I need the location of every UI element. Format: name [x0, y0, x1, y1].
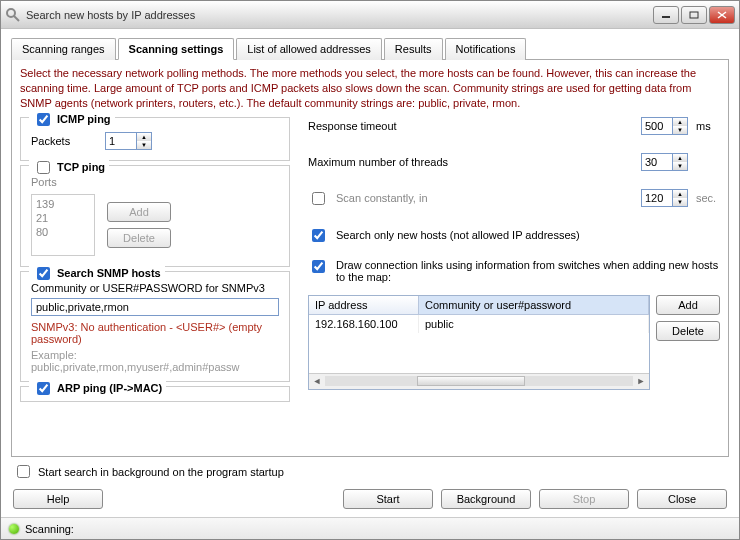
status-text: Scanning: — [25, 523, 74, 535]
table-add-button[interactable]: Add — [656, 295, 720, 315]
app-icon — [5, 7, 21, 23]
tab-scanning-ranges[interactable]: Scanning ranges — [11, 38, 116, 60]
icmp-checkbox[interactable] — [37, 113, 50, 126]
window: Search new hosts by IP addresses Scannin… — [0, 0, 740, 540]
start-button[interactable]: Start — [343, 489, 433, 509]
maximize-button[interactable] — [681, 6, 707, 24]
instruction-text: Select the necessary network polling met… — [20, 66, 720, 111]
response-timeout-label: Response timeout — [308, 120, 633, 132]
table-scrollbar[interactable]: ◄ ► — [309, 373, 649, 389]
packets-spinner[interactable]: ▲▼ — [105, 132, 152, 150]
snmp-note: SNMPv3: No authentication - <USER#> (emp… — [31, 321, 279, 345]
draw-links-checkbox[interactable] — [312, 260, 325, 273]
only-new-checkbox[interactable] — [312, 229, 325, 242]
background-button[interactable]: Background — [441, 489, 531, 509]
table-row[interactable]: 192.168.160.100 public — [309, 315, 649, 333]
table-delete-button[interactable]: Delete — [656, 321, 720, 341]
packets-label: Packets — [31, 135, 101, 147]
tab-results[interactable]: Results — [384, 38, 443, 60]
icmp-group: ICMP ping Packets ▲▼ — [20, 117, 290, 161]
only-new-label: Search only new hosts (not allowed IP ad… — [336, 229, 580, 241]
spin-up-icon[interactable]: ▲ — [137, 133, 151, 141]
scan-constantly-label: Scan constantly, in — [336, 192, 633, 204]
tab-notifications[interactable]: Notifications — [445, 38, 527, 60]
scan-constantly-input[interactable] — [641, 189, 673, 207]
icmp-legend: ICMP ping — [57, 113, 111, 125]
scan-constantly-unit: sec. — [696, 192, 720, 204]
packets-input[interactable] — [105, 132, 137, 150]
td-ip: 192.168.160.100 — [309, 315, 419, 333]
scroll-right-icon[interactable]: ► — [633, 376, 649, 386]
community-input[interactable] — [31, 298, 279, 316]
tcp-group: TCP ping Ports 139 21 80 Add Delete — [20, 165, 290, 267]
svg-rect-3 — [690, 12, 698, 18]
th-ip[interactable]: IP address — [309, 296, 419, 314]
switch-table[interactable]: IP address Community or user#password 19… — [308, 295, 650, 390]
snmp-legend: Search SNMP hosts — [57, 267, 161, 279]
spin-down-icon[interactable]: ▼ — [137, 141, 151, 149]
draw-links-label: Draw connection links using information … — [336, 259, 720, 283]
snmp-example: Example: public,private,rmon,myuser#,adm… — [31, 349, 279, 373]
spin-down-icon[interactable]: ▼ — [673, 198, 687, 206]
scroll-thumb[interactable] — [417, 376, 525, 386]
spin-up-icon[interactable]: ▲ — [673, 190, 687, 198]
stop-button[interactable]: Stop — [539, 489, 629, 509]
startup-checkbox[interactable] — [17, 465, 30, 478]
statusbar: Scanning: — [1, 517, 739, 539]
tab-allowed-addresses[interactable]: List of allowed addresses — [236, 38, 382, 60]
snmp-checkbox[interactable] — [37, 267, 50, 280]
threads-input[interactable] — [641, 153, 673, 171]
close-dialog-button[interactable]: Close — [637, 489, 727, 509]
tcp-add-button[interactable]: Add — [107, 202, 171, 222]
threads-spinner[interactable]: ▲▼ — [641, 153, 688, 171]
response-timeout-spinner[interactable]: ▲▼ — [641, 117, 688, 135]
ports-label: Ports — [31, 176, 279, 188]
th-community[interactable]: Community or user#password — [419, 296, 649, 314]
arp-checkbox[interactable] — [37, 382, 50, 395]
tcp-delete-button[interactable]: Delete — [107, 228, 171, 248]
svg-line-1 — [14, 16, 19, 21]
threads-label: Maximum number of threads — [308, 156, 633, 168]
spin-up-icon[interactable]: ▲ — [673, 118, 687, 126]
response-timeout-unit: ms — [696, 120, 720, 132]
scan-constantly-checkbox[interactable] — [312, 192, 325, 205]
response-timeout-input[interactable] — [641, 117, 673, 135]
startup-label: Start search in background on the progra… — [38, 466, 284, 478]
tcp-legend: TCP ping — [57, 161, 105, 173]
status-indicator-icon — [9, 524, 19, 534]
ports-listbox[interactable]: 139 21 80 — [31, 194, 95, 256]
scroll-left-icon[interactable]: ◄ — [309, 376, 325, 386]
port-item[interactable]: 80 — [36, 225, 90, 239]
spin-down-icon[interactable]: ▼ — [673, 126, 687, 134]
community-label: Community or USER#PASSWORD for SNMPv3 — [31, 282, 279, 294]
help-button[interactable]: Help — [13, 489, 103, 509]
tab-scanning-settings[interactable]: Scanning settings — [118, 38, 235, 60]
spin-up-icon[interactable]: ▲ — [673, 154, 687, 162]
port-item[interactable]: 21 — [36, 211, 90, 225]
titlebar: Search new hosts by IP addresses — [1, 1, 739, 29]
minimize-button[interactable] — [653, 6, 679, 24]
scan-constantly-spinner[interactable]: ▲▼ — [641, 189, 688, 207]
svg-point-0 — [7, 9, 15, 17]
tcp-checkbox[interactable] — [37, 161, 50, 174]
snmp-group: Search SNMP hosts Community or USER#PASS… — [20, 271, 290, 382]
window-title: Search new hosts by IP addresses — [26, 9, 653, 21]
port-item[interactable]: 139 — [36, 197, 90, 211]
close-button[interactable] — [709, 6, 735, 24]
spin-down-icon[interactable]: ▼ — [673, 162, 687, 170]
td-community: public — [419, 315, 649, 333]
arp-legend: ARP ping (IP->MAC) — [57, 382, 162, 394]
arp-group: ARP ping (IP->MAC) — [20, 386, 290, 402]
tabs: Scanning ranges Scanning settings List o… — [11, 37, 729, 60]
